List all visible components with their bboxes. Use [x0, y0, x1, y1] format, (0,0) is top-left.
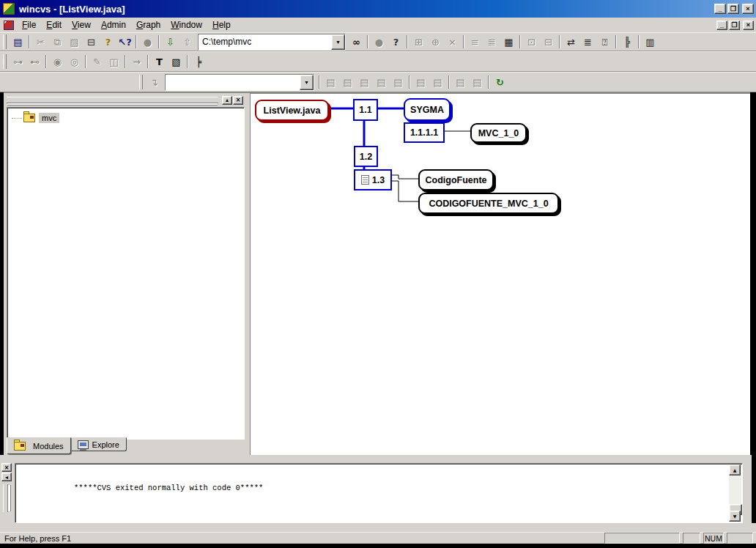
tab-modules[interactable]: Modules: [7, 437, 71, 454]
dock-arrow-button: ↴: [146, 74, 163, 90]
document-icon[interactable]: [4, 21, 14, 30]
menu-help[interactable]: Help: [207, 18, 236, 32]
mdi-close-button[interactable]: ×: [743, 21, 754, 30]
mdi-minimize-button[interactable]: _: [716, 21, 727, 30]
toolbar-separator: [367, 35, 368, 48]
tree-connector: [12, 118, 22, 119]
graph-node-rev-1-3[interactable]: 1.3: [354, 169, 392, 190]
search-binoculars-button[interactable]: ∞: [348, 34, 365, 50]
mdi-window-controls: _❐×: [716, 21, 754, 30]
text-mode-icon: T: [156, 57, 163, 67]
graph-node-mvc-1-0[interactable]: MVC_1_0: [470, 123, 527, 143]
scroll-down-button[interactable]: ▼: [729, 511, 741, 522]
edit-file-icon: ✎: [93, 57, 101, 67]
checkout-module-button[interactable]: ⇩: [162, 34, 179, 50]
watch-off-button: ◎: [66, 53, 83, 70]
graph-node-sygma[interactable]: SYGMA: [404, 98, 451, 121]
checkout-module-icon: ⇩: [166, 37, 174, 47]
filter-combo-input[interactable]: [166, 75, 300, 90]
status-file-icon: ⍰: [602, 37, 608, 47]
status-pane: [683, 533, 700, 544]
trash-button[interactable]: ▥: [642, 34, 659, 50]
unlock-file-icon: ⊷: [30, 57, 40, 67]
graph-file-button[interactable]: ╠: [619, 34, 636, 50]
update-selection-button: ▤: [322, 74, 339, 90]
graph-node-listview-java[interactable]: ListView.java: [255, 100, 329, 121]
context-help-button[interactable]: ↖?: [116, 34, 133, 50]
add-binary-button: ⊕: [427, 34, 444, 50]
log-file-icon: ≣: [584, 37, 592, 47]
menu-graph[interactable]: Graph: [131, 18, 166, 32]
print-button[interactable]: ⊟: [83, 34, 100, 50]
update-selection-icon: ▤: [326, 78, 335, 87]
flat-mode-icon: ≡: [471, 37, 479, 47]
console-close-button[interactable]: ×: [1, 463, 12, 472]
modules-tree[interactable]: mvc: [7, 107, 245, 440]
edit-selection-button: ▤: [469, 74, 486, 90]
window-close-button[interactable]: ×: [742, 4, 754, 14]
output-console[interactable]: *****CVS exited normally with code 0****…: [15, 463, 743, 523]
tab-explore[interactable]: Explore: [70, 437, 127, 451]
toolbar-separator: [136, 35, 137, 48]
refresh-icon: ↻: [496, 78, 504, 87]
text-mode-button[interactable]: T: [151, 53, 168, 70]
menu-window[interactable]: Window: [166, 18, 207, 32]
branch-graph-button[interactable]: ╞: [190, 53, 207, 70]
graph-node-rev-1-1[interactable]: 1.1: [353, 99, 378, 121]
cut-icon: ✂: [37, 37, 45, 47]
app-icon[interactable]: [3, 3, 15, 15]
graph-node-codigofuente[interactable]: CodigoFuente: [418, 169, 494, 190]
cvs-query-button[interactable]: ?: [388, 34, 404, 50]
menu-view[interactable]: View: [67, 18, 96, 32]
save-button[interactable]: ▤: [10, 34, 26, 50]
toolbar-grip[interactable]: [3, 54, 7, 69]
browse-path-combo-dropdown-button[interactable]: ▼: [331, 34, 345, 50]
menu-admin[interactable]: Admin: [96, 18, 131, 32]
context-help-icon: ↖?: [118, 37, 131, 47]
toolbar-grip[interactable]: [3, 34, 7, 49]
watch-off-icon: ◎: [70, 57, 78, 67]
cut-button: ✂: [32, 34, 49, 50]
console-collapse-button[interactable]: ◂: [1, 473, 12, 481]
panel-grip[interactable]: ▴ ×: [7, 95, 243, 105]
list-view-button[interactable]: ▦: [500, 34, 517, 50]
mdi-restore-button[interactable]: ❐: [729, 21, 740, 30]
diff-file-button[interactable]: ⇄: [563, 34, 579, 50]
toolbar-separator: [448, 75, 450, 89]
menu-edit[interactable]: Edit: [41, 18, 67, 32]
graph-node-rev-1-2[interactable]: 1.2: [354, 146, 378, 167]
window-restore-button[interactable]: ❐: [727, 4, 739, 14]
refresh-button[interactable]: ↻: [492, 74, 508, 90]
console-grip-icon[interactable]: [3, 484, 8, 512]
edit-selection-icon: ▤: [472, 78, 481, 87]
window-minimize-button[interactable]: _: [714, 4, 726, 14]
branch-selection-button: ▤: [390, 74, 407, 90]
toolbar-separator: [125, 55, 126, 68]
filter-combo: ▼: [165, 74, 314, 91]
tree-item-label[interactable]: mvc: [39, 113, 59, 123]
save-icon: ▤: [13, 37, 22, 47]
checkin-selection-icon: ⇧: [183, 37, 191, 47]
help-button[interactable]: ?: [100, 34, 116, 50]
query-toolbar: ↴▼▤▤▤▤▤▤▤▤▤↻: [0, 72, 756, 92]
toolbar-separator: [559, 35, 560, 48]
scroll-up-button[interactable]: ▲: [729, 464, 741, 475]
toolbar-grip[interactable]: [139, 75, 143, 89]
panel-close-button[interactable]: ×: [233, 96, 243, 105]
edit-file-button: ✎: [89, 53, 105, 70]
panel-minimize-button[interactable]: ▴: [222, 96, 232, 105]
status-file-button[interactable]: ⍰: [596, 34, 613, 50]
status-message: For Help, press F1: [0, 534, 71, 543]
binary-mode-button[interactable]: ▧: [168, 53, 185, 70]
browse-path-combo-input[interactable]: [199, 34, 331, 50]
filter-combo-dropdown-button[interactable]: ▼: [300, 75, 314, 90]
console-scrollbar[interactable]: ▲ ▼: [729, 464, 741, 522]
log-file-button[interactable]: ≣: [579, 34, 596, 50]
graph-node-codigofuente-mvc-1-0[interactable]: CODIGOFUENTE_MVC_1_0: [418, 193, 559, 214]
graph-node-rev-1-1-1-1[interactable]: 1.1.1.1: [404, 122, 445, 143]
menu-file[interactable]: File: [17, 18, 41, 32]
graph-node-label: CODIGOFUENTE_MVC_1_0: [429, 199, 548, 209]
tree-item-mvc[interactable]: mvc: [12, 113, 59, 123]
revision-graph-panel[interactable]: ListView.java1.1SYGMA1.1.1.1MVC_1_01.21.…: [250, 93, 750, 455]
graph-node-label: 1.1.1.1: [410, 127, 438, 138]
